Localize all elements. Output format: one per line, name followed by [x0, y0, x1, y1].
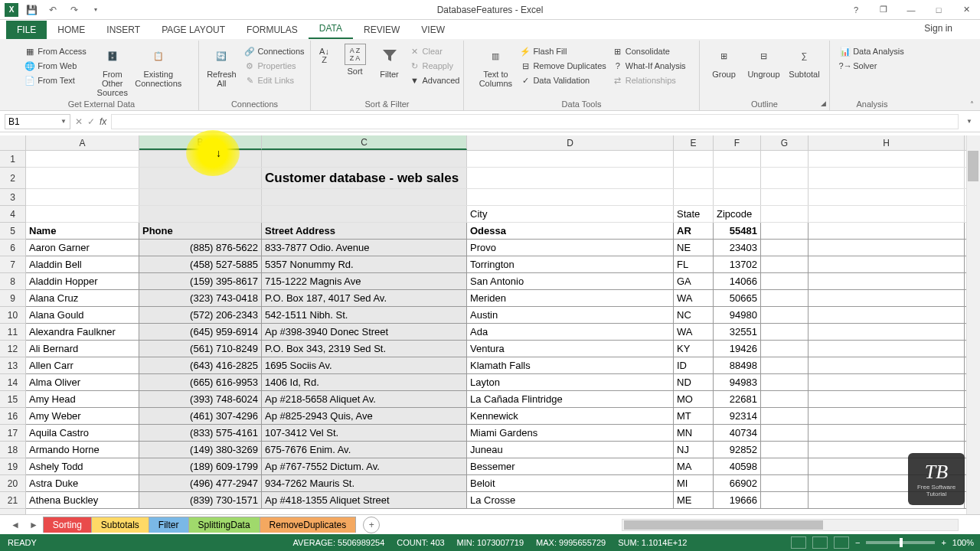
cell[interactable] [674, 168, 714, 188]
cell[interactable]: NJ [674, 442, 714, 458]
row-header-4[interactable]: 4 [0, 206, 25, 223]
cell[interactable]: 13702 [714, 256, 761, 272]
cell[interactable]: MN [674, 425, 714, 441]
group-button[interactable]: ⊞Group [707, 42, 742, 79]
qat-customize-icon[interactable]: ▾ [87, 2, 104, 18]
cell[interactable]: 32551 [714, 324, 761, 340]
help-icon[interactable]: ? [845, 2, 867, 18]
page-layout-view-button[interactable] [812, 536, 828, 549]
cell[interactable] [808, 206, 965, 222]
tab-formulas[interactable]: FORMULAS [236, 21, 309, 39]
row-header-11[interactable]: 11 [0, 324, 25, 341]
cell[interactable] [808, 290, 965, 306]
cell[interactable]: Ada [467, 324, 674, 340]
cell[interactable]: Bessemer [467, 458, 674, 474]
cell[interactable]: La Crosse [467, 492, 674, 508]
cell[interactable]: AR [674, 223, 714, 239]
cell[interactable] [761, 290, 808, 306]
zoom-out-button[interactable]: − [855, 538, 860, 547]
flash-fill-button[interactable]: ⚡Flash Fill [518, 45, 607, 57]
cell[interactable] [761, 168, 808, 188]
cell[interactable]: MT [674, 408, 714, 424]
row-header-7[interactable]: 7 [0, 256, 25, 273]
hscroll-thumb[interactable] [624, 520, 823, 530]
row-header-19[interactable]: 19 [0, 458, 25, 475]
cell[interactable] [26, 168, 139, 188]
cell[interactable] [808, 307, 965, 323]
cell[interactable]: 40734 [714, 425, 761, 441]
cell[interactable]: 92852 [714, 442, 761, 458]
tab-data[interactable]: DATA [309, 19, 353, 39]
vscroll-thumb[interactable] [968, 151, 978, 181]
redo-icon[interactable]: ↷ [66, 2, 83, 18]
cell[interactable] [467, 151, 674, 167]
cell[interactable]: San Antonio [467, 273, 674, 289]
maximize-button[interactable]: □ [928, 2, 949, 18]
row-header-14[interactable]: 14 [0, 374, 25, 391]
sheet-tab-removeduplicates[interactable]: RemoveDuplicates [260, 517, 357, 533]
cell[interactable]: 14066 [714, 273, 761, 289]
cell[interactable]: (833) 575-4161 [139, 425, 262, 441]
cell[interactable]: La Cañada Flintridge [467, 391, 674, 407]
from-other-sources-button[interactable]: 🗄️From Other Sources [91, 42, 134, 97]
cell[interactable] [761, 256, 808, 272]
cell[interactable] [808, 408, 965, 424]
col-header-B[interactable]: B [139, 135, 262, 150]
normal-view-button[interactable] [791, 536, 806, 549]
cell[interactable]: (149) 380-3269 [139, 442, 262, 458]
cell[interactable]: 715-1222 Magnis Ave [262, 273, 467, 289]
cell[interactable]: 66902 [714, 475, 761, 491]
solver-button[interactable]: ?→Solver [838, 60, 906, 72]
connections-button[interactable]: 🔗Connections [243, 45, 305, 57]
cell[interactable] [808, 151, 965, 167]
cell[interactable]: Kennewick [467, 408, 674, 424]
data-validation-button[interactable]: ✓Data Validation [518, 74, 607, 86]
col-header-H[interactable]: H [808, 135, 965, 150]
cell[interactable] [808, 273, 965, 289]
cell[interactable] [761, 151, 808, 167]
cell[interactable]: 94980 [714, 307, 761, 323]
cell[interactable] [761, 307, 808, 323]
cell[interactable]: Aladdin Bell [26, 256, 139, 272]
select-all-button[interactable] [0, 135, 25, 150]
cell[interactable] [26, 189, 139, 205]
cell[interactable] [26, 151, 139, 167]
cell[interactable]: (159) 395-8617 [139, 273, 262, 289]
grid[interactable]: ABCDEFGH Customer database - web salesCi… [26, 135, 980, 514]
cell[interactable]: Allen Carr [26, 357, 139, 373]
cell[interactable]: Ap #767-7552 Dictum. Av. [262, 458, 467, 474]
cell[interactable]: (458) 527-5885 [139, 256, 262, 272]
cell[interactable] [761, 374, 808, 390]
col-header-G[interactable]: G [761, 135, 808, 150]
cell[interactable]: Ap #398-3940 Donec Street [262, 324, 467, 340]
sort-button[interactable]: A ZZ ASort [339, 42, 371, 76]
cell[interactable]: NE [674, 240, 714, 256]
cell[interactable] [262, 151, 467, 167]
cell[interactable]: 19666 [714, 492, 761, 508]
cell[interactable]: Athena Buckley [26, 492, 139, 508]
text-to-columns-button[interactable]: ▥Text to Columns [475, 42, 515, 88]
cell[interactable]: NC [674, 307, 714, 323]
cell[interactable]: (572) 206-2343 [139, 307, 262, 323]
col-header-F[interactable]: F [714, 135, 761, 150]
cell[interactable] [808, 357, 965, 373]
row-header-12[interactable]: 12 [0, 341, 25, 357]
cell[interactable] [761, 273, 808, 289]
tab-file[interactable]: FILE [6, 21, 47, 39]
cell[interactable]: Zipcode [714, 206, 761, 222]
cell[interactable]: State [674, 206, 714, 222]
cell[interactable]: Provo [467, 240, 674, 256]
from-web-button[interactable]: 🌐From Web [23, 60, 88, 72]
filter-button[interactable]: Filter [374, 42, 405, 79]
outline-launcher-icon[interactable]: ◢ [821, 99, 826, 107]
row-header-17[interactable]: 17 [0, 425, 25, 442]
enter-formula-icon[interactable]: ✓ [87, 116, 95, 127]
horizontal-scrollbar[interactable] [622, 519, 959, 531]
cell[interactable]: Customer database - web sales [262, 168, 467, 188]
cell[interactable]: KY [674, 341, 714, 357]
cell[interactable]: (665) 616-9953 [139, 374, 262, 390]
sign-in-link[interactable]: Sign in [924, 23, 952, 34]
sheet-tab-splittingdata[interactable]: SplittingData [188, 517, 260, 533]
clear-button[interactable]: ✕Clear [408, 45, 462, 57]
tab-view[interactable]: VIEW [410, 21, 456, 39]
